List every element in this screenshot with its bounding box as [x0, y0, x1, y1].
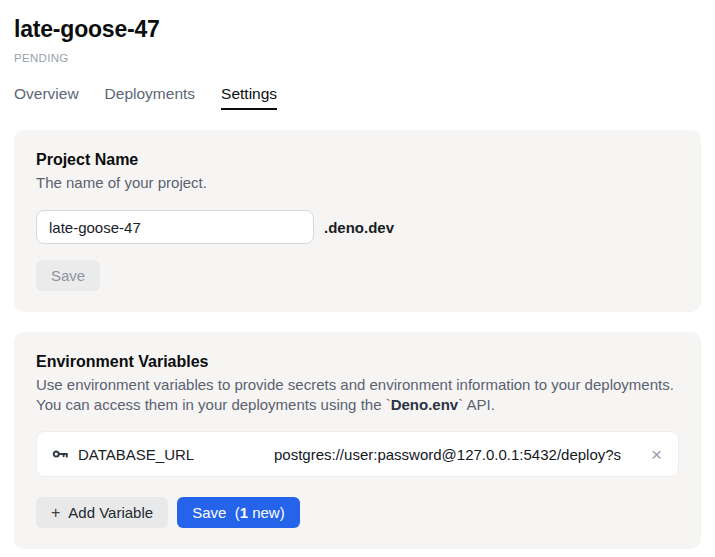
env-vars-heading: Environment Variables: [36, 353, 679, 371]
env-vars-description-tail: API.: [463, 396, 495, 413]
tab-overview[interactable]: Overview: [14, 85, 79, 110]
tab-deployments[interactable]: Deployments: [105, 85, 195, 110]
project-name-heading: Project Name: [36, 151, 679, 169]
env-actions-row: +Add Variable Save (1 new): [36, 497, 679, 528]
environment-variables-card: Environment Variables Use environment va…: [14, 332, 701, 549]
status-badge: PENDING: [14, 52, 701, 64]
env-variable-name: DATABASE_URL: [78, 446, 274, 463]
key-icon: [51, 445, 69, 463]
close-icon: ×: [651, 444, 662, 465]
env-save-count-number: 1: [240, 504, 248, 521]
page-title: late-goose-47: [14, 16, 701, 43]
code-deno-env: Deno.env: [391, 396, 459, 413]
add-variable-label: Add Variable: [68, 504, 153, 521]
env-vars-description: Use environment variables to provide sec…: [36, 375, 679, 415]
tab-bar: Overview Deployments Settings: [14, 85, 701, 110]
env-save-count-rest: new): [248, 504, 285, 521]
plus-icon: +: [51, 504, 60, 522]
env-save-label: Save: [192, 504, 235, 521]
add-variable-button[interactable]: +Add Variable: [36, 497, 168, 528]
domain-suffix: .deno.dev: [324, 219, 394, 236]
project-name-card: Project Name The name of your project. .…: [14, 130, 701, 312]
project-name-save-button[interactable]: Save: [36, 260, 100, 291]
remove-variable-button[interactable]: ×: [649, 445, 664, 464]
project-name-description: The name of your project.: [36, 173, 679, 193]
env-variable-value: postgres://user:password@127.0.0.1:5432/…: [274, 446, 643, 463]
tab-settings[interactable]: Settings: [221, 85, 277, 110]
project-name-row: .deno.dev: [36, 210, 679, 244]
project-header: late-goose-47 PENDING Overview Deploymen…: [14, 16, 701, 110]
env-variable-row: DATABASE_URL postgres://user:password@12…: [36, 431, 679, 477]
env-vars-description-text: Use environment variables to provide sec…: [36, 376, 674, 413]
env-save-button[interactable]: Save (1 new): [177, 497, 300, 528]
project-name-input[interactable]: [36, 210, 314, 244]
